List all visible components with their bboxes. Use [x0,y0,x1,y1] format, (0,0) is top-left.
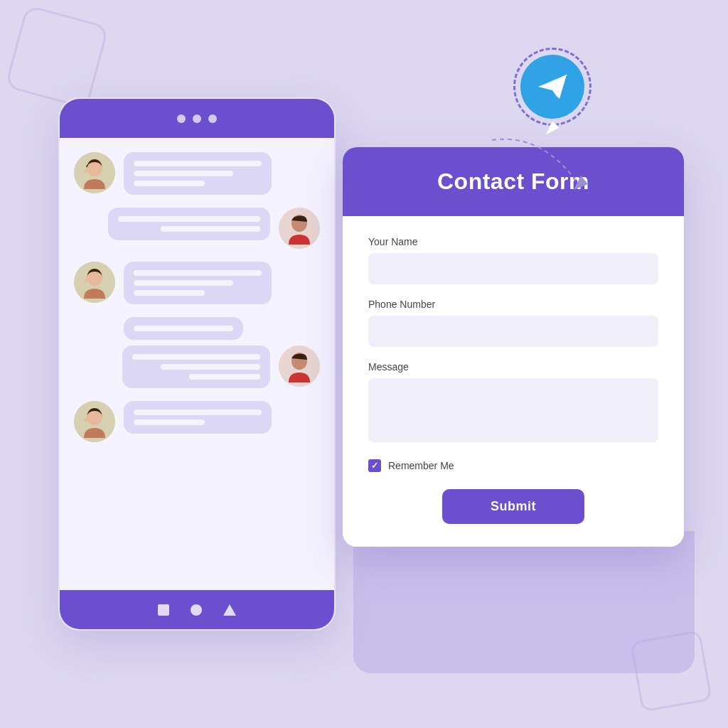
name-label: Your Name [368,236,658,247]
chat-row-1 [74,152,320,195]
chat-bubble-4b [122,346,270,388]
chat-bubble-2 [108,208,270,240]
telegram-icon-bg [520,55,584,119]
bubble-line [134,410,262,415]
phone-dot-1 [177,114,186,123]
chat-group-4 [74,317,320,388]
phone-footer [60,590,334,629]
bubble-line [134,326,233,331]
phone-header [60,99,334,138]
triangle-icon [223,604,236,616]
remember-me-checkbox[interactable] [368,459,381,472]
submit-button[interactable]: Submit [442,489,584,524]
bubble-line [134,280,233,286]
chat-row-3 [74,262,320,304]
remember-me-group: Remember Me [368,459,658,472]
phone-dot-3 [208,114,217,123]
paper-plane-icon [535,69,570,105]
telegram-bubble [513,48,592,126]
chat-row-4b [74,346,320,388]
svg-marker-13 [574,176,588,190]
message-field-group: Message [368,361,658,445]
avatar-female-3 [74,401,115,442]
avatar-female-2 [74,262,115,303]
bubble-line [118,216,260,222]
phone-dot-2 [193,114,201,123]
message-input[interactable] [368,378,658,442]
chat-bubble-1 [124,152,272,195]
message-label: Message [368,361,658,373]
chat-bubble-3 [124,262,272,304]
chat-row-5 [74,401,320,442]
bubble-tail [542,121,563,139]
name-field-group: Your Name [368,236,658,284]
chat-row-4a [74,317,320,340]
svg-marker-10 [538,75,567,99]
bubble-line [134,270,262,276]
phone-mockup [58,97,336,631]
avatar-male-1 [279,208,320,249]
square-icon [158,604,169,616]
bubble-line [134,419,205,425]
bubble-line [134,161,262,166]
chat-row-2 [74,208,320,249]
dashed-arrow [456,126,599,211]
scene: Contact Form Your Name Phone Number Mess… [44,62,684,666]
form-shadow [353,531,695,673]
chat-bubble-5 [124,401,272,434]
bubble-line [134,290,205,296]
chat-bubble-4a [124,317,243,340]
form-body: Your Name Phone Number Message Remember … [343,216,684,547]
avatar-male-2 [279,346,320,387]
bubble-line [161,364,260,370]
avatar-female-1 [74,152,115,193]
bubble-line [134,171,233,176]
remember-me-label: Remember Me [388,460,454,471]
bubble-line [132,354,260,360]
name-input[interactable] [368,253,658,284]
phone-body [60,138,334,590]
circle-icon [191,604,202,616]
telegram-outer-ring [513,48,592,126]
bubble-line [134,181,205,186]
bubble-line [189,374,260,380]
phone-label: Phone Number [368,299,658,310]
phone-input[interactable] [368,316,658,347]
phone-field-group: Phone Number [368,299,658,347]
bubble-line [161,226,260,232]
